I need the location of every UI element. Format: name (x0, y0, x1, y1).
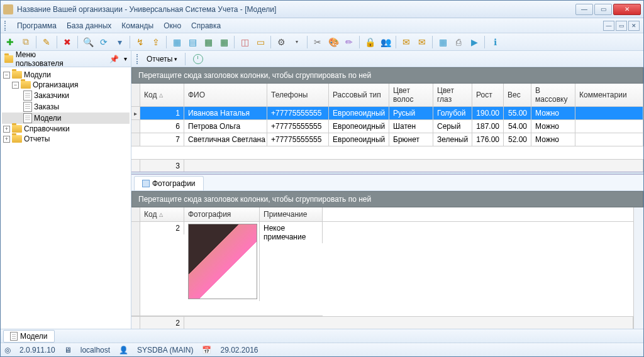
folder-icon (12, 125, 22, 133)
tree-models[interactable]: Модели (2, 113, 130, 124)
page-icon (23, 102, 32, 112)
col-code[interactable]: Код△ (140, 84, 184, 106)
photo-tab-icon (142, 180, 150, 187)
col-fio[interactable]: ФИО (184, 84, 267, 106)
users-icon[interactable]: 👥 (379, 35, 392, 49)
mdi-close-button[interactable]: ✕ (628, 21, 640, 31)
sort-asc-icon: △ (159, 212, 163, 217)
close-button[interactable]: ✕ (613, 4, 641, 15)
cell-code: 2 (140, 222, 184, 234)
col2-note[interactable]: Примечание (260, 207, 323, 221)
mdi-minimize-button[interactable]: — (603, 21, 614, 31)
calendar-icon[interactable]: ▦ (436, 35, 450, 49)
tree-customers[interactable]: Заказчики (2, 90, 130, 101)
app-icon-small: ◎ (4, 346, 11, 354)
grid2-row[interactable]: 2 Некое примечание (131, 222, 323, 316)
dropdown-icon[interactable]: ▾ (290, 35, 304, 49)
cell-note: Некое примечание (260, 222, 323, 243)
doc-tab-models[interactable]: Модели (3, 330, 55, 343)
cell-photo[interactable] (184, 222, 260, 301)
group-by-bar-2[interactable]: Перетащите сюда заголовок колонки, чтобы… (131, 191, 643, 207)
grid1-body[interactable]: ▸1Иванова Наталья+77775555555Европеоидны… (131, 107, 643, 146)
second-toolbar: Меню пользователя 📌 ▾ Отчеты▾ (1, 51, 643, 67)
add-icon[interactable]: ✚ (3, 35, 17, 49)
reports-button[interactable]: Отчеты▾ (143, 53, 181, 65)
col-hair[interactable]: Цвет волос (389, 84, 433, 106)
status-user: SYSDBA (MAIN) (137, 346, 193, 354)
brush-icon[interactable]: ✏ (342, 35, 356, 49)
status-host: localhost (80, 346, 110, 354)
collapse-icon[interactable]: − (3, 72, 10, 79)
play-icon[interactable]: ▶ (467, 35, 481, 49)
export-icon[interactable]: ↯ (133, 35, 147, 49)
import-icon[interactable]: ⇪ (149, 35, 163, 49)
table-row[interactable]: ▸1Иванова Наталья+77775555555Европеоидны… (131, 107, 643, 120)
palette-icon[interactable]: 🎨 (326, 35, 340, 49)
card-icon[interactable]: ▭ (253, 35, 267, 49)
tree-orders[interactable]: Заказы (2, 101, 130, 113)
col2-code[interactable]: Код△ (140, 207, 184, 221)
tab-photos[interactable]: Фотографии (134, 176, 204, 190)
tree-reports[interactable]: + Отчеты (2, 134, 130, 144)
filter-icon[interactable]: ▾ (113, 35, 126, 49)
col-race[interactable]: Рассовый тип (329, 84, 389, 106)
col2-photo[interactable]: Фотография (184, 207, 260, 221)
menu-help[interactable]: Справка (186, 20, 226, 31)
maximize-button[interactable]: ▭ (594, 4, 612, 15)
menubar-grip-icon[interactable] (4, 21, 8, 31)
detail-tabs: Фотографии (131, 175, 643, 191)
tree-modules[interactable]: − Модули (2, 70, 130, 80)
clock-icon[interactable] (193, 54, 203, 64)
folder-icon (12, 71, 22, 79)
col-crowd[interactable]: В массовку (531, 84, 575, 106)
table-row[interactable]: 7Светличная Светлана+77775555555Европеои… (131, 133, 643, 146)
plugin-icon[interactable]: ⚙ (274, 35, 288, 49)
table2-icon[interactable]: ▤ (186, 35, 199, 49)
search-icon[interactable]: 🔍 (81, 35, 95, 49)
collapse-icon[interactable]: − (12, 82, 19, 89)
group-by-bar-1[interactable]: Перетащите сюда заголовок колонки, чтобы… (131, 67, 643, 84)
excel-icon[interactable]: ▦ (201, 35, 215, 49)
grid-export-icon[interactable]: ▦ (217, 35, 231, 49)
table1-icon[interactable]: ▦ (170, 35, 184, 49)
navigation-tree[interactable]: − Модули − Организация Заказчики Заказы … (1, 67, 131, 329)
sms-icon[interactable]: ✉ (399, 35, 413, 49)
delete-icon[interactable]: ✖ (60, 35, 74, 49)
mdi-restore-button[interactable]: ▭ (616, 21, 627, 31)
menu-database[interactable]: База данных (62, 20, 116, 31)
tools-icon[interactable]: ✂ (311, 35, 325, 49)
minimize-button[interactable]: — (575, 4, 593, 15)
reports-grip-icon[interactable] (136, 54, 140, 64)
pin-icon[interactable]: 📌 (109, 55, 119, 63)
user-menu-button[interactable]: Меню пользователя 📌 ▾ (1, 51, 131, 67)
col-eyes[interactable]: Цвет глаз (433, 84, 472, 106)
menu-program[interactable]: Программа (12, 20, 62, 31)
refresh-icon[interactable]: ⟳ (97, 35, 111, 49)
mail-icon[interactable]: ✉ (415, 35, 429, 49)
col-weight[interactable]: Вес (504, 84, 531, 106)
copy-icon[interactable]: ⧉ (19, 35, 33, 49)
col-height[interactable]: Рост (472, 84, 504, 106)
print-icon[interactable]: ⎙ (452, 35, 465, 49)
main-toolbar: ✚ ⧉ ✎ ✖ 🔍 ⟳ ▾ ↯ ⇪ ▦ ▤ ▦ ▦ ◫ ▭ ⚙ ▾ ✂ 🎨 ✏ … (1, 33, 643, 51)
sort-asc-icon: △ (159, 92, 163, 98)
chart-icon[interactable]: ◫ (238, 35, 252, 49)
vertical-scrollbar[interactable] (633, 207, 643, 329)
expand-icon[interactable]: + (3, 126, 10, 133)
grid2-footer: 2 (131, 316, 633, 329)
lock-icon[interactable]: 🔒 (363, 35, 377, 49)
menu-commands[interactable]: Команды (116, 20, 158, 31)
info-icon[interactable]: ℹ (488, 35, 502, 49)
menu-window[interactable]: Окно (158, 20, 186, 31)
table-row[interactable]: 6Петрова Ольга+77775555555ЕвропеоидныйШа… (131, 120, 643, 133)
window-title: Название Вашей организации - Универсальн… (17, 5, 575, 14)
app-icon (3, 4, 13, 14)
col-phones[interactable]: Телефоны (267, 84, 329, 106)
col-comments[interactable]: Комментарии (575, 84, 643, 106)
expand-icon[interactable]: + (3, 136, 10, 143)
chevron-down-icon[interactable]: ▾ (124, 55, 127, 62)
tree-organization[interactable]: − Организация (2, 80, 130, 90)
titlebar[interactable]: Название Вашей организации - Универсальн… (1, 1, 643, 18)
edit-icon[interactable]: ✎ (40, 35, 53, 49)
tree-references[interactable]: + Справочники (2, 124, 130, 134)
